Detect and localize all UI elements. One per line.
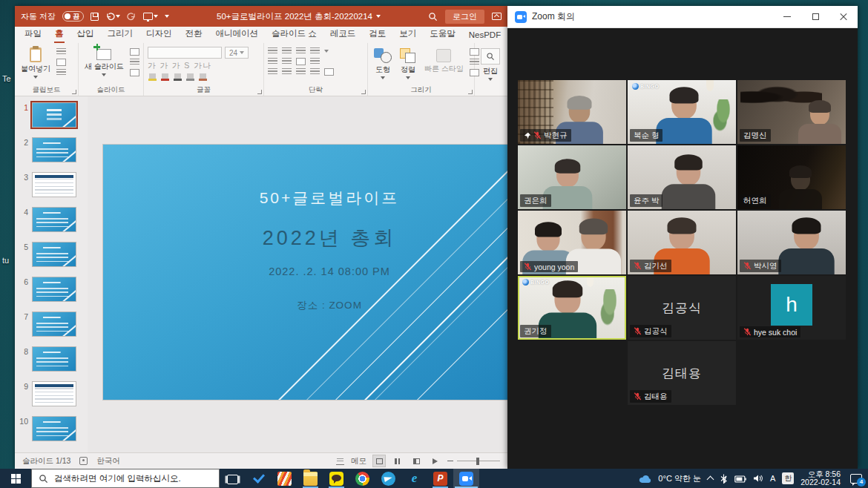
menu-tab-13[interactable]: NesPDF	[462, 28, 507, 43]
slide-thumbnail-8[interactable]: 8	[19, 346, 88, 372]
slide-thumbnail-1[interactable]: 1	[19, 102, 88, 128]
ribbon-display-icon[interactable]	[492, 13, 502, 20]
menu-tab-7[interactable]: 애니메이션	[209, 26, 266, 43]
clipboard-small-buttons[interactable]	[56, 46, 66, 76]
paste-button[interactable]: 붙여넣기	[19, 46, 53, 80]
tray-expand-icon[interactable]	[706, 476, 714, 484]
notes-button[interactable]: 메모	[351, 456, 366, 466]
menu-tab-8[interactable]: 슬라이드 쇼	[265, 26, 323, 43]
thumbnail-preview[interactable]	[32, 207, 76, 232]
redo-icon[interactable]	[127, 12, 137, 22]
menu-tab-11[interactable]: 보기	[392, 26, 423, 43]
taskbar-search-input[interactable]: 검색하려면 여기에 입력하십시오.	[31, 469, 220, 488]
minimize-button[interactable]	[773, 6, 801, 27]
start-button[interactable]	[0, 469, 31, 488]
title-dropdown-icon[interactable]	[376, 15, 381, 18]
taskbar-app-zoomapp[interactable]	[453, 469, 479, 488]
taskbar-app-telegram[interactable]	[375, 469, 401, 488]
thumbnail-preview[interactable]	[32, 137, 76, 162]
thumbnail-preview[interactable]	[32, 346, 76, 372]
quick-styles-button[interactable]: 빠른 스타일	[422, 46, 466, 76]
menu-tab-5[interactable]: 디자인	[139, 26, 179, 43]
weather-text[interactable]: 0°C 약한 눈	[658, 473, 701, 484]
participant-tile[interactable]: 김명신	[737, 80, 846, 144]
slide-thumbnail-10[interactable]: 10	[19, 416, 88, 441]
participant-tile[interactable]: 허연희	[737, 145, 846, 209]
slides-small-buttons[interactable]	[130, 46, 139, 76]
participant-tile[interactable]: hhye suk choi	[737, 276, 846, 340]
thumbnail-preview[interactable]	[32, 172, 76, 197]
undo-icon[interactable]	[105, 12, 120, 22]
participant-tile[interactable]: 김기선	[628, 211, 736, 274]
thumbnail-preview[interactable]	[32, 242, 76, 267]
thumbnail-preview[interactable]	[32, 277, 76, 302]
bluetooth-icon[interactable]	[720, 474, 728, 484]
thumbnail-preview[interactable]	[32, 381, 76, 406]
participant-tile[interactable]: BINGO복순 형	[628, 80, 736, 144]
slideshow-button[interactable]	[429, 455, 441, 466]
weather-icon[interactable]	[639, 474, 651, 484]
font-name-input[interactable]	[148, 47, 222, 59]
menu-tab-10[interactable]: 검토	[362, 26, 392, 43]
slide-thumbnail-9[interactable]: 9	[19, 381, 88, 406]
clipboard-dialog-launcher[interactable]	[72, 90, 76, 94]
notes-icon[interactable]	[336, 458, 344, 465]
slide-thumbnail-4[interactable]: 4	[19, 207, 88, 232]
arrange-button[interactable]: 정렬	[398, 46, 418, 81]
zoom-slider-thumb[interactable]	[476, 458, 479, 465]
action-center-icon[interactable]: 4	[850, 474, 862, 484]
taskbar-app-chrome[interactable]	[349, 469, 375, 488]
login-button[interactable]: 로그인	[445, 10, 484, 24]
participant-tile[interactable]: 권은희	[518, 145, 626, 209]
edit-button[interactable]: 편집	[479, 46, 502, 82]
taskbar-app-explorer[interactable]	[297, 469, 323, 488]
menu-tab-2[interactable]: 홈	[48, 26, 70, 43]
paragraph-dialog-launcher[interactable]	[361, 90, 366, 94]
font-size-input[interactable]: 24	[225, 47, 249, 59]
font-style-buttons[interactable]: 가 가 가 S 가나	[148, 61, 211, 71]
menu-tab-1[interactable]: 파일	[18, 26, 48, 43]
menu-tab-12[interactable]: 도움말	[423, 26, 462, 43]
participant-tile[interactable]: 김태용김태용	[628, 341, 736, 405]
slide-thumbnail-6[interactable]: 6	[19, 277, 88, 302]
current-slide[interactable]: 50+글로벌라이프 2022년 총회 2022. .2. 14 08:00 PM…	[102, 144, 507, 400]
taskbar-app-taskview[interactable]	[220, 469, 246, 488]
paragraph-buttons[interactable]	[268, 46, 334, 76]
slide-thumbnail-5[interactable]: 5	[19, 242, 88, 267]
drawing-dialog-launcher[interactable]	[468, 90, 473, 94]
volume-icon[interactable]	[753, 474, 763, 483]
participant-tile[interactable]: 김공식김공식	[628, 276, 736, 340]
language-indicator[interactable]: 한국어	[96, 456, 120, 466]
slide-thumbnail-2[interactable]: 2	[19, 137, 88, 162]
ime-korean-indicator[interactable]: 한	[782, 472, 794, 484]
menu-tab-3[interactable]: 삽입	[70, 26, 101, 43]
thumbnail-preview[interactable]	[32, 311, 76, 337]
participant-tile[interactable]: BINGO권기정	[518, 276, 626, 340]
search-icon[interactable]	[428, 12, 438, 22]
slide-thumbnail-3[interactable]: 3	[19, 172, 88, 197]
taskbar-app-ppt[interactable]	[427, 469, 453, 488]
zoom-slider[interactable]	[447, 461, 500, 462]
font-dialog-launcher[interactable]	[257, 90, 262, 94]
taskbar-clock[interactable]: 오후 8:56 2022-02-14	[800, 470, 841, 487]
accessibility-icon[interactable]	[79, 457, 88, 465]
thumbnail-preview[interactable]	[32, 102, 76, 128]
participant-tile[interactable]: 윤주 박	[628, 145, 736, 209]
normal-view-button[interactable]	[373, 455, 385, 466]
thumbnail-preview[interactable]	[32, 416, 76, 441]
shapes-button[interactable]: 도형	[372, 46, 394, 81]
taskbar-app-kakao[interactable]	[323, 469, 349, 488]
autosave-toggle[interactable]: 끔	[62, 11, 84, 22]
menu-tab-9[interactable]: 레코드	[323, 26, 363, 43]
maximize-button[interactable]	[801, 6, 829, 27]
taskbar-app-stripes[interactable]	[272, 469, 297, 488]
start-presentation-icon[interactable]	[143, 13, 158, 20]
taskbar-app-ie[interactable]	[401, 469, 427, 488]
new-slide-button[interactable]: 새 슬라이드	[82, 46, 126, 78]
qat-customize-icon[interactable]	[165, 15, 169, 18]
ime-latin-indicator[interactable]: A	[770, 474, 775, 483]
menu-tab-4[interactable]: 그리기	[101, 26, 140, 43]
participant-tile[interactable]: young yoon	[518, 211, 626, 274]
slide-thumbnail-7[interactable]: 7	[19, 311, 88, 337]
slide-sorter-view-button[interactable]	[392, 455, 404, 466]
